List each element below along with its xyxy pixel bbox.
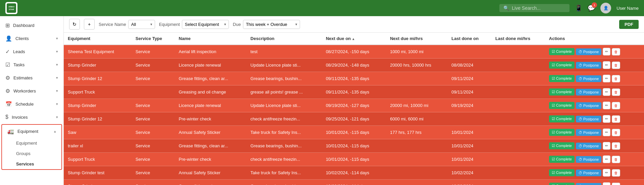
sidebar-label-leads: Leads bbox=[13, 49, 25, 54]
svg-text:ARBO: ARBO bbox=[8, 6, 14, 8]
delete-button[interactable]: 🗑 bbox=[612, 88, 620, 96]
due-select[interactable]: This week + Overdue bbox=[243, 20, 300, 29]
sidebar-sub-groups[interactable]: Groups bbox=[2, 148, 61, 159]
complete-button[interactable]: ☑ Complete bbox=[549, 156, 575, 163]
action-btns: ☑ Complete ⏱ Postpone ✏ 🗑 bbox=[549, 182, 640, 185]
equipment-select[interactable]: Select Equipment bbox=[182, 20, 229, 29]
edit-button[interactable]: ✏ bbox=[603, 61, 610, 69]
edit-button[interactable]: ✏ bbox=[603, 88, 610, 96]
complete-button[interactable]: ☑ Complete bbox=[549, 129, 575, 136]
delete-button[interactable]: 🗑 bbox=[612, 169, 620, 177]
equipment-filter-label: Equipment bbox=[159, 22, 180, 27]
cell-4: 10/02/2024, -114 days bbox=[322, 180, 386, 185]
delete-button[interactable]: 🗑 bbox=[612, 48, 620, 56]
edit-button[interactable]: ✏ bbox=[603, 48, 610, 56]
estimates-icon: ⚙ bbox=[5, 75, 10, 81]
col-next-due-on[interactable]: Next due on bbox=[322, 33, 386, 45]
complete-button[interactable]: ☑ Complete bbox=[549, 142, 575, 149]
col-service-type: Service Type bbox=[132, 33, 175, 45]
complete-button[interactable]: ☑ Complete bbox=[549, 183, 575, 185]
schedule-chevron: ▾ bbox=[56, 102, 58, 106]
table-row: Stump GrinderServiceLicence plate renewa… bbox=[64, 99, 644, 112]
postpone-button[interactable]: ⏱ Postpone bbox=[576, 143, 602, 149]
postpone-button[interactable]: ⏱ Postpone bbox=[576, 156, 602, 163]
postpone-button[interactable]: ⏱ Postpone bbox=[576, 89, 602, 96]
live-search-container[interactable]: 🔍 bbox=[499, 4, 569, 12]
service-name-select[interactable]: All bbox=[128, 20, 155, 29]
complete-button[interactable]: ☑ Complete bbox=[549, 169, 575, 176]
edit-button[interactable]: ✏ bbox=[603, 155, 610, 163]
edit-button[interactable]: ✏ bbox=[603, 115, 610, 123]
edit-button[interactable]: ✏ bbox=[603, 102, 610, 109]
complete-button[interactable]: ☑ Complete bbox=[549, 115, 575, 122]
postpone-button[interactable]: ⏱ Postpone bbox=[576, 75, 602, 82]
delete-button[interactable]: 🗑 bbox=[612, 102, 620, 109]
leads-icon: ✓ bbox=[5, 48, 10, 55]
cell-3: Grease bearings, bushin... bbox=[246, 180, 322, 185]
sidebar-item-schedule[interactable]: 📅 Schedule ▾ bbox=[0, 98, 63, 111]
sidebar-item-clients[interactable]: 👤 Clients ▾ bbox=[0, 32, 63, 45]
cell-actions: ☑ Complete ⏱ Postpone ✏ 🗑 bbox=[545, 166, 644, 180]
complete-button[interactable]: ☑ Complete bbox=[549, 102, 575, 109]
edit-button[interactable]: ✏ bbox=[603, 142, 610, 150]
delete-button[interactable]: 🗑 bbox=[612, 75, 620, 82]
user-avatar[interactable]: 👤 bbox=[600, 3, 611, 13]
refresh-button[interactable]: ↻ bbox=[69, 19, 80, 30]
delete-button[interactable]: 🗑 bbox=[612, 142, 620, 150]
service-name-select-wrapper: All bbox=[128, 20, 155, 29]
col-next-due-mi-hrs: Next due mi/hrs bbox=[386, 33, 447, 45]
workorders-icon: ⚙ bbox=[5, 88, 10, 94]
sidebar-item-leads[interactable]: ✓ Leads ▾ bbox=[0, 45, 63, 58]
edit-button[interactable]: ✏ bbox=[603, 75, 610, 82]
sidebar-item-estimates[interactable]: ⚙ Estimates ▾ bbox=[0, 71, 63, 84]
cell-4: 08/29/2024, -148 days bbox=[322, 59, 386, 72]
tablet-icon[interactable]: 📱 bbox=[575, 5, 582, 11]
cell-4: 09/19/2024, -127 days bbox=[322, 99, 386, 112]
cell-7 bbox=[491, 166, 545, 180]
complete-button[interactable]: ☑ Complete bbox=[549, 62, 575, 69]
postpone-button[interactable]: ⏱ Postpone bbox=[576, 48, 602, 55]
edit-button[interactable]: ✏ bbox=[603, 182, 610, 185]
edit-button[interactable]: ✏ bbox=[603, 128, 610, 136]
sidebar-sub-equipment[interactable]: Equipment bbox=[2, 138, 61, 148]
add-button[interactable]: + bbox=[84, 19, 95, 30]
sidebar-sub-services[interactable]: Services bbox=[2, 159, 61, 169]
postpone-button[interactable]: ⏱ Postpone bbox=[576, 170, 602, 176]
cell-1: Service bbox=[132, 99, 175, 112]
cell-0: Support Truck bbox=[64, 85, 132, 99]
cell-7 bbox=[491, 72, 545, 85]
cell-6: 09/11/2024 bbox=[447, 72, 491, 85]
sidebar-item-tasks[interactable]: ☑ Tasks ▾ bbox=[0, 58, 63, 71]
cell-5: 20000 hrs, 10000 hrs bbox=[386, 59, 447, 72]
complete-button[interactable]: ☑ Complete bbox=[549, 75, 575, 82]
table-row: Stump Grinder 12ServiceGrease fittings, … bbox=[64, 72, 644, 85]
cell-7 bbox=[491, 126, 545, 139]
sidebar-item-invoices[interactable]: $ Invoices ▾ bbox=[0, 111, 63, 123]
action-btns: ☑ Complete ⏱ Postpone ✏ 🗑 bbox=[549, 169, 640, 177]
delete-button[interactable]: 🗑 bbox=[612, 62, 620, 69]
complete-button[interactable]: ☑ Complete bbox=[549, 48, 575, 55]
cell-7 bbox=[491, 112, 545, 126]
postpone-button[interactable]: ⏱ Postpone bbox=[576, 183, 602, 185]
postpone-button[interactable]: ⏱ Postpone bbox=[576, 129, 602, 136]
delete-button[interactable]: 🗑 bbox=[612, 115, 620, 123]
live-search-input[interactable] bbox=[512, 5, 565, 11]
complete-button[interactable]: ☑ Complete bbox=[549, 88, 575, 96]
sidebar-item-equipment[interactable]: 🚛 Equipment ▴ bbox=[2, 125, 61, 138]
sidebar-item-dashboard[interactable]: ⊞ Dashboard bbox=[0, 19, 63, 32]
cell-1: Service bbox=[132, 112, 175, 126]
delete-button[interactable]: 🗑 bbox=[612, 183, 620, 185]
delete-button[interactable]: 🗑 bbox=[612, 129, 620, 136]
postpone-button[interactable]: ⏱ Postpone bbox=[576, 62, 602, 69]
postpone-button[interactable]: ⏱ Postpone bbox=[576, 102, 602, 109]
edit-button[interactable]: ✏ bbox=[603, 169, 610, 177]
sidebar-item-workorders[interactable]: ⚙ Workorders ▾ bbox=[0, 84, 63, 98]
cell-actions: ☑ Complete ⏱ Postpone ✏ 🗑 bbox=[545, 45, 644, 59]
postpone-button[interactable]: ⏱ Postpone bbox=[576, 116, 602, 122]
svg-text:STAR: STAR bbox=[9, 8, 14, 10]
cell-1: Service bbox=[132, 153, 175, 166]
cell-3: Update Licence plate sti... bbox=[246, 99, 322, 112]
pdf-button[interactable]: PDF bbox=[619, 20, 639, 29]
delete-button[interactable]: 🗑 bbox=[612, 156, 620, 163]
sidebar-label-schedule: Schedule bbox=[15, 102, 34, 107]
